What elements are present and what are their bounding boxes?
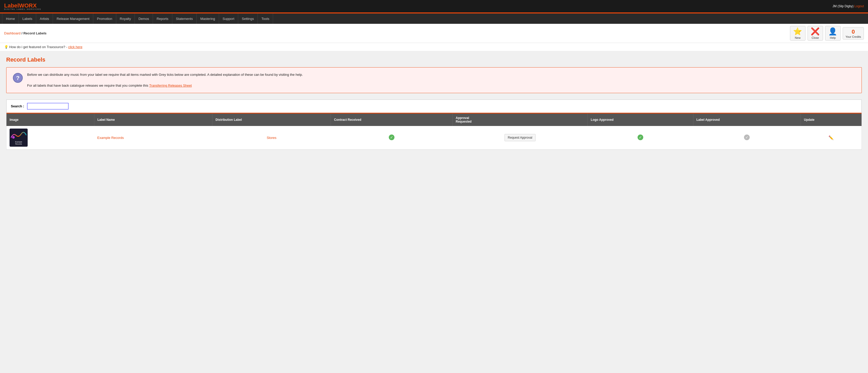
col-label-approved: Label Approved	[693, 114, 801, 126]
action-buttons: ⭐ New ❌ Close 👤 Help 0 Your Credits	[790, 26, 864, 40]
label-thumb-text: ExampleRecords	[15, 141, 22, 145]
main-content: Record Labels ? Before we can distribute…	[0, 51, 868, 373]
request-approval-button[interactable]: Request Approval	[504, 134, 536, 141]
edit-icon[interactable]: ✏️	[829, 136, 834, 140]
search-label: Search :	[11, 104, 24, 108]
help-label: Help	[830, 36, 836, 39]
nav-demos[interactable]: Demos	[135, 13, 153, 24]
search-bar: Search :	[6, 99, 862, 113]
credits-button[interactable]: 0 Your Credits	[843, 27, 864, 39]
nav-royalty[interactable]: Royalty	[116, 13, 135, 24]
col-update: Update	[801, 114, 862, 126]
username: JM (Slip Digby)	[833, 4, 854, 8]
svg-point-2	[12, 136, 15, 139]
col-contract: Contract Received	[331, 114, 453, 126]
close-icon: ❌	[811, 27, 820, 36]
svg-text:?: ?	[16, 75, 20, 81]
info-box: ? Before we can distribute any music fro…	[6, 67, 862, 93]
stores-link[interactable]: Stores	[267, 136, 276, 140]
col-logo: Logo Approved	[587, 114, 693, 126]
credits-value: 0	[852, 28, 855, 35]
info-text: Before we can distribute any music from …	[27, 72, 303, 88]
close-label: Close	[812, 36, 819, 39]
breadcrumb: Dashboard / Record Labels	[4, 31, 46, 35]
new-icon: ⭐	[793, 27, 802, 36]
label-thumbnail: ExampleRecords	[9, 128, 28, 147]
cell-approval: Request Approval	[453, 126, 588, 149]
cell-logo	[587, 126, 693, 149]
table-header-row: Image Label Name Distribution Label Cont…	[6, 114, 862, 126]
logo-label-part: Label	[4, 2, 19, 9]
notification-bar: 💡 How do i get featured on Traxsource? -…	[0, 43, 868, 51]
label-thumb-svg	[11, 130, 26, 140]
search-input[interactable]	[27, 103, 68, 109]
nav-artists[interactable]: Artists	[36, 13, 53, 24]
cell-update: ✏️	[801, 126, 862, 149]
info-icon: ?	[13, 73, 23, 85]
col-approval: ApprovalRequested	[453, 114, 588, 126]
info-para2-prefix: For all labels that have back catalogue …	[27, 84, 148, 87]
cell-dist-label: Stores	[212, 126, 331, 149]
contract-check-green	[389, 135, 395, 140]
cell-label-approved	[693, 126, 801, 149]
nav-labels[interactable]: Labels	[19, 13, 36, 24]
breadcrumb-dashboard[interactable]: Dashboard	[4, 31, 21, 35]
cell-contract	[331, 126, 453, 149]
page-title: Record Labels	[6, 56, 862, 63]
breadcrumb-current: Record Labels	[23, 31, 46, 35]
breadcrumb-bar: Dashboard / Record Labels ⭐ New ❌ Close …	[0, 24, 868, 43]
col-dist-label: Distribution Label	[212, 114, 331, 126]
logout-link[interactable]: Logout	[854, 4, 864, 8]
nav-home[interactable]: Home	[2, 13, 19, 24]
cell-image: ExampleRecords	[6, 126, 94, 149]
help-button[interactable]: 👤 Help	[825, 26, 841, 40]
col-label-name: Label Name	[94, 114, 212, 126]
label-name-link[interactable]: Example Records	[97, 136, 124, 140]
logo-subtitle: DIGITAL LABEL SERVICES	[4, 8, 41, 10]
label-check-grey	[744, 135, 750, 140]
nav-release-management[interactable]: Release Management	[53, 13, 93, 24]
new-label: New	[795, 36, 801, 39]
table-container: Search : Image Label Name Distribution L…	[6, 99, 862, 150]
notification-text: How do i get featured on Traxsource? -	[9, 45, 67, 49]
col-image: Image	[6, 114, 94, 126]
logo: LabelWORX DIGITAL LABEL SERVICES	[4, 2, 41, 10]
main-nav: Home Labels Artists Release Management P…	[0, 13, 868, 24]
notification-bulb: 💡	[4, 45, 8, 49]
logo-check-green	[638, 135, 643, 140]
nav-statements[interactable]: Statements	[172, 13, 197, 24]
transferring-releases-link[interactable]: Transferring Releases Sheet	[149, 84, 192, 87]
info-para2: For all labels that have back catalogue …	[27, 83, 303, 88]
info-para1: Before we can distribute any music from …	[27, 72, 303, 78]
cell-label-name: Example Records	[94, 126, 212, 149]
table-row: ExampleRecords Example Records Stores Re…	[6, 126, 862, 149]
credits-label: Your Credits	[845, 35, 861, 38]
nav-tools[interactable]: Tools	[258, 13, 273, 24]
logo-worx-part: WORX	[19, 2, 36, 9]
data-table: Image Label Name Distribution Label Cont…	[6, 114, 862, 149]
nav-promotion[interactable]: Promotion	[93, 13, 116, 24]
new-button[interactable]: ⭐ New	[790, 26, 805, 40]
nav-settings[interactable]: Settings	[238, 13, 258, 24]
notification-link[interactable]: click here	[68, 45, 83, 49]
nav-reports[interactable]: Reports	[153, 13, 172, 24]
nav-mastering[interactable]: Mastering	[196, 13, 219, 24]
help-icon: 👤	[828, 27, 837, 36]
nav-support[interactable]: Support	[219, 13, 239, 24]
user-info: JM (Slip Digby) Logout	[833, 4, 864, 8]
close-button[interactable]: ❌ Close	[808, 26, 823, 40]
